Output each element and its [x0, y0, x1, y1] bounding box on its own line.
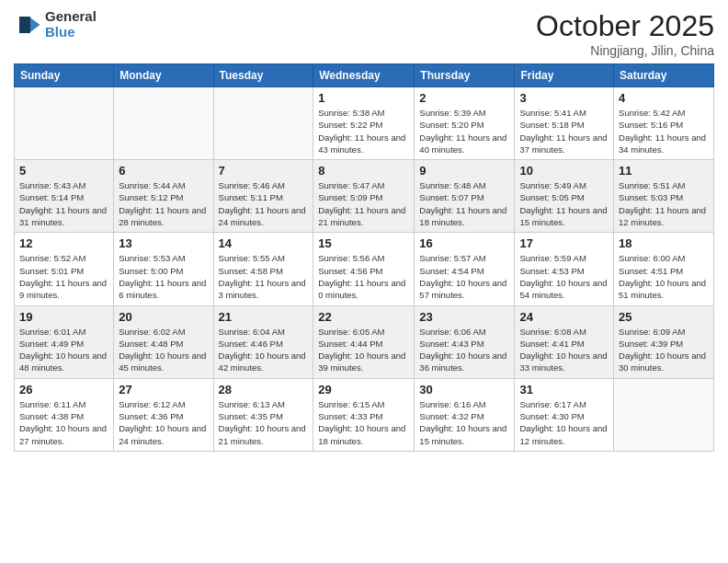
table-row: 15Sunrise: 5:56 AM Sunset: 4:56 PM Dayli…: [313, 233, 415, 305]
table-row: [213, 87, 313, 160]
day-number: 29: [318, 383, 409, 396]
table-row: 9Sunrise: 5:48 AM Sunset: 5:07 PM Daylig…: [415, 160, 515, 233]
day-info: Sunrise: 5:43 AM Sunset: 5:14 PM Dayligh…: [19, 179, 108, 228]
day-info: Sunrise: 5:52 AM Sunset: 5:01 PM Dayligh…: [19, 252, 108, 301]
day-info: Sunrise: 5:39 AM Sunset: 5:20 PM Dayligh…: [419, 107, 509, 155]
day-number: 27: [119, 383, 208, 396]
day-number: 14: [219, 236, 309, 250]
calendar-week-row: 1Sunrise: 5:38 AM Sunset: 5:22 PM Daylig…: [15, 87, 714, 160]
title-block: October 2025 Ningjiang, Jilin, China: [536, 9, 714, 58]
table-row: 31Sunrise: 6:17 AM Sunset: 4:30 PM Dayli…: [515, 378, 614, 451]
table-row: 25Sunrise: 6:09 AM Sunset: 4:39 PM Dayli…: [614, 305, 714, 378]
day-number: 2: [419, 91, 509, 105]
day-info: Sunrise: 6:13 AM Sunset: 4:35 PM Dayligh…: [219, 398, 309, 447]
day-info: Sunrise: 6:05 AM Sunset: 4:44 PM Dayligh…: [318, 326, 409, 374]
header-monday: Monday: [114, 64, 213, 87]
table-row: 16Sunrise: 5:57 AM Sunset: 4:54 PM Dayli…: [415, 233, 515, 305]
day-number: 4: [619, 91, 709, 105]
calendar-week-row: 12Sunrise: 5:52 AM Sunset: 5:01 PM Dayli…: [15, 233, 714, 305]
table-row: 14Sunrise: 5:55 AM Sunset: 4:58 PM Dayli…: [213, 233, 313, 305]
calendar-week-row: 26Sunrise: 6:11 AM Sunset: 4:38 PM Dayli…: [15, 378, 714, 451]
day-info: Sunrise: 6:16 AM Sunset: 4:32 PM Dayligh…: [419, 398, 509, 447]
logo-blue-text: Blue: [45, 25, 97, 40]
logo: General Blue: [14, 9, 97, 40]
table-row: [114, 87, 213, 160]
day-info: Sunrise: 5:38 AM Sunset: 5:22 PM Dayligh…: [318, 107, 409, 155]
day-info: Sunrise: 5:47 AM Sunset: 5:09 PM Dayligh…: [318, 179, 409, 228]
table-row: 23Sunrise: 6:06 AM Sunset: 4:43 PM Dayli…: [415, 305, 515, 378]
day-number: 15: [318, 236, 409, 250]
day-number: 13: [119, 236, 208, 250]
day-number: 7: [219, 164, 309, 178]
month-title: October 2025: [536, 9, 714, 43]
table-row: 30Sunrise: 6:16 AM Sunset: 4:32 PM Dayli…: [415, 378, 515, 451]
day-info: Sunrise: 6:11 AM Sunset: 4:38 PM Dayligh…: [19, 398, 108, 447]
day-number: 11: [619, 164, 709, 178]
header-friday: Friday: [515, 64, 614, 87]
day-info: Sunrise: 5:53 AM Sunset: 5:00 PM Dayligh…: [119, 252, 208, 301]
table-row: 10Sunrise: 5:49 AM Sunset: 5:05 PM Dayli…: [515, 160, 614, 233]
table-row: 7Sunrise: 5:46 AM Sunset: 5:11 PM Daylig…: [213, 160, 313, 233]
day-number: 9: [419, 164, 509, 178]
svg-marker-0: [29, 17, 40, 33]
table-row: 8Sunrise: 5:47 AM Sunset: 5:09 PM Daylig…: [313, 160, 415, 233]
day-number: 22: [318, 310, 409, 324]
calendar-week-row: 19Sunrise: 6:01 AM Sunset: 4:49 PM Dayli…: [15, 305, 714, 378]
header-tuesday: Tuesday: [213, 64, 313, 87]
table-row: 29Sunrise: 6:15 AM Sunset: 4:33 PM Dayli…: [313, 378, 415, 451]
day-number: 20: [119, 310, 208, 324]
svg-rect-1: [19, 17, 30, 33]
table-row: 4Sunrise: 5:42 AM Sunset: 5:16 PM Daylig…: [614, 87, 714, 160]
day-info: Sunrise: 6:15 AM Sunset: 4:33 PM Dayligh…: [318, 398, 409, 447]
table-row: 1Sunrise: 5:38 AM Sunset: 5:22 PM Daylig…: [313, 87, 415, 160]
day-number: 25: [619, 310, 709, 324]
header-wednesday: Wednesday: [313, 64, 415, 87]
calendar-table: Sunday Monday Tuesday Wednesday Thursday…: [14, 63, 714, 452]
table-row: 11Sunrise: 5:51 AM Sunset: 5:03 PM Dayli…: [614, 160, 714, 233]
day-number: 5: [19, 164, 108, 178]
day-number: 17: [519, 236, 609, 250]
day-info: Sunrise: 5:44 AM Sunset: 5:12 PM Dayligh…: [119, 179, 208, 228]
day-info: Sunrise: 5:51 AM Sunset: 5:03 PM Dayligh…: [619, 179, 709, 228]
day-info: Sunrise: 5:55 AM Sunset: 4:58 PM Dayligh…: [219, 252, 309, 301]
day-number: 23: [419, 310, 509, 324]
day-info: Sunrise: 6:00 AM Sunset: 4:51 PM Dayligh…: [619, 252, 709, 301]
day-number: 24: [519, 310, 609, 324]
day-number: 16: [419, 236, 509, 250]
day-number: 3: [519, 91, 609, 105]
table-row: 6Sunrise: 5:44 AM Sunset: 5:12 PM Daylig…: [114, 160, 213, 233]
day-info: Sunrise: 6:06 AM Sunset: 4:43 PM Dayligh…: [419, 326, 509, 374]
day-number: 6: [119, 164, 208, 178]
day-info: Sunrise: 5:42 AM Sunset: 5:16 PM Dayligh…: [619, 107, 709, 155]
table-row: 28Sunrise: 6:13 AM Sunset: 4:35 PM Dayli…: [213, 378, 313, 451]
day-info: Sunrise: 5:46 AM Sunset: 5:11 PM Dayligh…: [219, 179, 309, 228]
logo-icon: [14, 11, 41, 39]
day-number: 28: [219, 383, 309, 396]
day-info: Sunrise: 5:49 AM Sunset: 5:05 PM Dayligh…: [519, 179, 609, 228]
table-row: 2Sunrise: 5:39 AM Sunset: 5:20 PM Daylig…: [415, 87, 515, 160]
header-sunday: Sunday: [15, 64, 114, 87]
day-info: Sunrise: 5:48 AM Sunset: 5:07 PM Dayligh…: [419, 179, 509, 228]
table-row: [15, 87, 114, 160]
day-number: 18: [619, 236, 709, 250]
day-info: Sunrise: 6:01 AM Sunset: 4:49 PM Dayligh…: [19, 326, 108, 374]
table-row: 26Sunrise: 6:11 AM Sunset: 4:38 PM Dayli…: [15, 378, 114, 451]
table-row: 27Sunrise: 6:12 AM Sunset: 4:36 PM Dayli…: [114, 378, 213, 451]
weekday-header-row: Sunday Monday Tuesday Wednesday Thursday…: [15, 64, 714, 87]
table-row: 13Sunrise: 5:53 AM Sunset: 5:00 PM Dayli…: [114, 233, 213, 305]
table-row: 18Sunrise: 6:00 AM Sunset: 4:51 PM Dayli…: [614, 233, 714, 305]
day-number: 19: [19, 310, 108, 324]
table-row: 12Sunrise: 5:52 AM Sunset: 5:01 PM Dayli…: [15, 233, 114, 305]
header-saturday: Saturday: [614, 64, 714, 87]
day-number: 26: [19, 383, 108, 396]
day-info: Sunrise: 6:09 AM Sunset: 4:39 PM Dayligh…: [619, 326, 709, 374]
table-row: 24Sunrise: 6:08 AM Sunset: 4:41 PM Dayli…: [515, 305, 614, 378]
day-info: Sunrise: 6:17 AM Sunset: 4:30 PM Dayligh…: [519, 398, 609, 447]
table-row: [614, 378, 714, 451]
table-row: 3Sunrise: 5:41 AM Sunset: 5:18 PM Daylig…: [515, 87, 614, 160]
day-info: Sunrise: 5:56 AM Sunset: 4:56 PM Dayligh…: [318, 252, 409, 301]
table-row: 5Sunrise: 5:43 AM Sunset: 5:14 PM Daylig…: [15, 160, 114, 233]
header-thursday: Thursday: [415, 64, 515, 87]
day-info: Sunrise: 6:02 AM Sunset: 4:48 PM Dayligh…: [119, 326, 208, 374]
table-row: 17Sunrise: 5:59 AM Sunset: 4:53 PM Dayli…: [515, 233, 614, 305]
